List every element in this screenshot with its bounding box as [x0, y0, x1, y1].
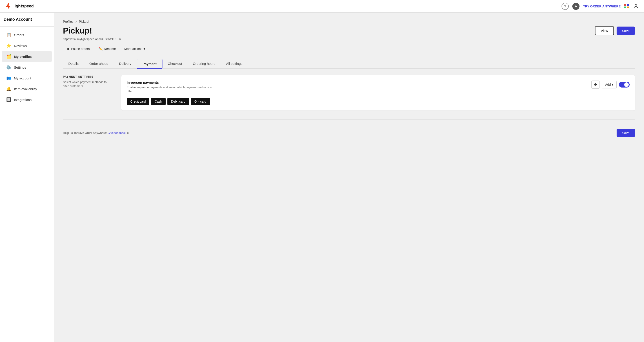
- sidebar-label-orders: Orders: [14, 33, 24, 37]
- breadcrumb-current: Pickup!: [79, 20, 89, 23]
- payment-tag-gift-card[interactable]: Gift card: [191, 98, 210, 105]
- settings-icon: ⚙️: [6, 65, 11, 70]
- tabs: Details Order ahead Delivery Payment Che…: [63, 59, 635, 69]
- item-availability-icon: 🔔: [6, 86, 11, 91]
- sidebar-item-integrations[interactable]: 🔲 Integrations: [2, 94, 52, 105]
- gear-button[interactable]: ⚙: [592, 81, 600, 89]
- apps-grid-icon[interactable]: [624, 4, 629, 9]
- tab-checkout[interactable]: Checkout: [162, 59, 188, 69]
- user-icon: [633, 4, 638, 9]
- payment-tag-credit-card[interactable]: Credit card: [127, 98, 149, 105]
- breadcrumb-parent[interactable]: Profiles: [63, 20, 74, 23]
- payment-tags: Credit card Cash Debit card Gift card: [127, 98, 630, 105]
- add-button[interactable]: Add ▾: [602, 81, 616, 88]
- external-link-icon: ⧉: [127, 132, 129, 134]
- section-label: PAYMENT SETTINGS Select which payment me…: [63, 75, 112, 110]
- user-profile-button[interactable]: [632, 3, 640, 10]
- payment-tag-cash[interactable]: Cash: [151, 98, 166, 105]
- edit-icon: ✏️: [99, 47, 102, 51]
- logo-text: lightspeed: [14, 4, 34, 9]
- try-order-anywhere-link[interactable]: TRY ORDER ANYWHERE: [583, 5, 621, 8]
- action-bar: ⏸ Pause orders ✏️ Rename More actions ▾: [63, 45, 635, 52]
- my-account-icon: 👥: [6, 76, 11, 81]
- navbar-actions: ? A TRY ORDER ANYWHERE: [562, 3, 640, 10]
- payment-settings-section: PAYMENT SETTINGS Select which payment me…: [63, 75, 635, 110]
- tab-payment[interactable]: Payment: [136, 59, 162, 69]
- reviews-icon: ⭐: [6, 43, 11, 48]
- sidebar-label-reviews: Reviews: [14, 44, 27, 48]
- header-buttons: View Save: [595, 26, 635, 35]
- sidebar-label-integrations: Integrations: [14, 98, 32, 102]
- give-feedback-link[interactable]: Give feedback: [108, 131, 126, 134]
- account-name: Demo Account: [4, 17, 50, 22]
- logo[interactable]: lightspeed: [4, 3, 34, 10]
- tab-ordering-hours[interactable]: Ordering hours: [188, 59, 221, 69]
- sidebar-label-my-account: My account: [14, 76, 31, 80]
- breadcrumb-separator: >: [75, 20, 77, 23]
- sidebar-item-reviews[interactable]: ⭐ Reviews: [2, 41, 52, 51]
- section-divider: [63, 119, 635, 120]
- save-button-top[interactable]: Save: [616, 27, 635, 35]
- rename-button[interactable]: ✏️ Rename: [95, 45, 119, 52]
- page-footer: Help us improve Order Anywhere: Give fee…: [63, 127, 635, 137]
- more-actions-button[interactable]: More actions ▾: [121, 45, 148, 52]
- gear-icon: ⚙: [594, 83, 597, 87]
- account-avatar[interactable]: A: [572, 3, 580, 10]
- chevron-down-icon: ▾: [612, 83, 613, 86]
- card-title-block: In-person payments Enable in-person paym…: [127, 81, 216, 93]
- pause-orders-button[interactable]: ⏸ Pause orders: [63, 45, 93, 52]
- section-desc: Select which payment methods to offer cu…: [63, 80, 112, 88]
- external-link-icon: ⧉: [119, 38, 121, 41]
- footer-help-text: Help us improve Order Anywhere: Give fee…: [63, 131, 129, 134]
- card-header: In-person payments Enable in-person paym…: [127, 81, 630, 93]
- navbar: lightspeed ? A TRY ORDER ANYWHERE: [0, 0, 644, 13]
- payment-card: In-person payments Enable in-person paym…: [121, 75, 635, 110]
- my-profiles-icon: 🗂️: [6, 54, 11, 59]
- card-desc: Enable in-person payments and select whi…: [127, 85, 216, 93]
- orders-icon: 📋: [6, 32, 11, 37]
- svg-point-0: [635, 5, 637, 6]
- pause-icon: ⏸: [66, 47, 70, 51]
- lightspeed-logo-icon: [4, 3, 12, 10]
- sidebar-item-orders[interactable]: 📋 Orders: [2, 30, 52, 40]
- page-url: https://trial.mylightspeed.app/UTSCWTUE …: [63, 37, 635, 41]
- sidebar-label-item-availability: Item availability: [14, 87, 37, 91]
- chevron-down-icon: ▾: [144, 47, 145, 51]
- sidebar-item-my-account[interactable]: 👥 My account: [2, 73, 52, 83]
- sidebar: Demo Account 📋 Orders ⭐ Reviews 🗂️ My pr…: [0, 13, 54, 342]
- app-layout: Demo Account 📋 Orders ⭐ Reviews 🗂️ My pr…: [0, 13, 644, 342]
- sidebar-item-item-availability[interactable]: 🔔 Item availability: [2, 84, 52, 94]
- page-header: Pickup! View Save: [63, 26, 635, 36]
- sidebar-item-my-profiles[interactable]: 🗂️ My profiles: [2, 51, 52, 62]
- sidebar-item-settings[interactable]: ⚙️ Settings: [2, 62, 52, 72]
- add-label: Add: [605, 83, 611, 86]
- card-title: In-person payments: [127, 81, 216, 84]
- tab-all-settings[interactable]: All settings: [221, 59, 248, 69]
- sidebar-label-settings: Settings: [14, 66, 26, 69]
- integrations-icon: 🔲: [6, 97, 11, 102]
- view-button[interactable]: View: [595, 26, 614, 35]
- sidebar-nav: 📋 Orders ⭐ Reviews 🗂️ My profiles ⚙️ Set…: [0, 27, 54, 108]
- card-actions: ⚙ Add ▾: [592, 81, 630, 89]
- payment-tag-debit-card[interactable]: Debit card: [168, 98, 189, 105]
- help-button[interactable]: ?: [562, 3, 569, 10]
- tab-details[interactable]: Details: [63, 59, 84, 69]
- sidebar-label-my-profiles: My profiles: [14, 55, 32, 59]
- tab-order-ahead[interactable]: Order ahead: [84, 59, 114, 69]
- section-title: PAYMENT SETTINGS: [63, 75, 112, 78]
- sidebar-account: Demo Account: [0, 13, 54, 27]
- main-content: Profiles > Pickup! Pickup! View Save htt…: [54, 13, 644, 342]
- page-title: Pickup!: [63, 26, 92, 36]
- in-person-payments-toggle[interactable]: [619, 82, 630, 88]
- tab-delivery[interactable]: Delivery: [114, 59, 136, 69]
- save-button-bottom[interactable]: Save: [616, 129, 635, 137]
- breadcrumb: Profiles > Pickup!: [63, 20, 635, 23]
